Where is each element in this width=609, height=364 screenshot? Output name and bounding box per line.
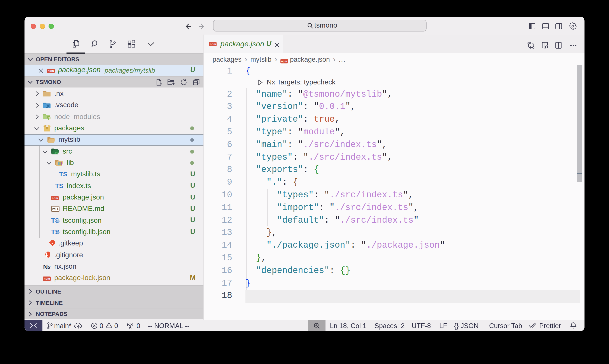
svg-text:JS: JS xyxy=(48,117,50,119)
svg-text:</>: </> xyxy=(54,151,58,155)
